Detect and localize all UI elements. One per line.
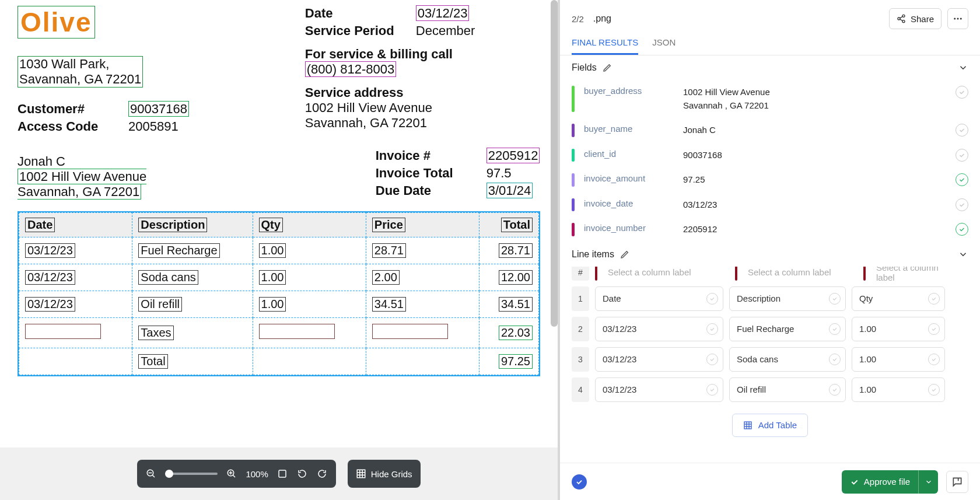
cell-approve-icon[interactable] (706, 354, 718, 365)
field-value: 2205912 (683, 223, 956, 236)
field-stripe (572, 86, 575, 112)
rotate-right-icon[interactable] (316, 468, 328, 480)
cell-approve-icon[interactable] (706, 293, 718, 305)
hide-grids-button[interactable]: Hide Grids (348, 460, 421, 488)
svg-point-20 (960, 18, 962, 20)
service-period-label: Service Period (305, 23, 416, 39)
share-button[interactable]: Share (889, 8, 942, 29)
field-row[interactable]: invoice_number2205912 (572, 217, 968, 242)
document-canvas[interactable]: Olive 1030 Wall Park, Savannah, GA 72201… (0, 0, 558, 447)
cell-approve-icon[interactable] (928, 293, 940, 305)
lineitem-cell[interactable]: Oil refill (729, 377, 846, 402)
comments-button[interactable] (946, 471, 968, 493)
field-key: buyer_name (584, 124, 683, 134)
cell-approve-icon[interactable] (706, 323, 718, 335)
rotate-left-icon[interactable] (296, 468, 308, 480)
document-viewer: Olive 1030 Wall Park, Savannah, GA 72201… (0, 0, 560, 500)
cell-approve-icon[interactable] (829, 293, 841, 305)
field-approve-icon[interactable] (956, 223, 968, 236)
lineitems-section-header[interactable]: Line items (560, 242, 980, 267)
fields-section-header[interactable]: Fields (560, 55, 980, 80)
svg-point-15 (902, 20, 905, 23)
date-label: Date (305, 6, 416, 21)
lineitem-cell[interactable]: Description (729, 286, 846, 311)
cell-approve-icon[interactable] (706, 384, 718, 396)
lineitem-row: 203/12/23Fuel Recharge1.00 (572, 317, 968, 341)
lineitem-cell[interactable]: Fuel Recharge (729, 317, 846, 341)
approve-label: Approve file (864, 477, 910, 487)
cell-approve-icon[interactable] (928, 384, 940, 396)
company-logo: Olive (18, 6, 95, 39)
col-label-selector-2[interactable]: Select a column label (741, 267, 858, 281)
invoice-line-table[interactable]: Date Description Qty Price Total 03/12/2… (18, 211, 540, 376)
field-row[interactable]: buyer_nameJonah C (572, 118, 968, 143)
chevron-down-icon[interactable] (958, 249, 968, 260)
lineitem-cell[interactable]: Soda cans (729, 347, 846, 372)
due-date-value: 3/01/24 (487, 183, 533, 198)
row2-desc: Soda cans (138, 270, 198, 285)
cell-approve-icon[interactable] (928, 323, 940, 335)
invoice-total-value: 97.5 (487, 166, 512, 181)
row3-desc: Oil refill (138, 297, 182, 312)
tab-final-results[interactable]: FINAL RESULTS (572, 37, 638, 55)
cell-approve-icon[interactable] (928, 354, 940, 365)
field-approve-icon[interactable] (956, 86, 968, 99)
lineitem-cell[interactable]: 1.00 (852, 317, 945, 341)
field-approve-icon[interactable] (956, 124, 968, 137)
hide-grids-label: Hide Grids (371, 469, 412, 479)
cell-approve-icon[interactable] (829, 323, 841, 335)
company-address-line2: Savannah, GA 72201 (19, 72, 141, 86)
col-label-selector-1[interactable]: Select a column label (601, 267, 729, 281)
lineitem-cell[interactable]: 03/12/23 (595, 317, 723, 341)
table-icon (743, 421, 752, 430)
zoom-in-icon[interactable] (226, 468, 237, 480)
svg-rect-7 (279, 470, 286, 477)
more-menu-button[interactable] (947, 8, 968, 29)
field-value: Jonah C (683, 124, 956, 137)
field-key: invoice_amount (584, 173, 683, 183)
taxes-empty1 (25, 324, 101, 339)
field-approve-icon[interactable] (956, 173, 968, 186)
cell-approve-icon[interactable] (829, 384, 841, 396)
lineitem-cell[interactable]: 1.00 (852, 377, 945, 402)
field-row[interactable]: invoice_date03/12/23 (572, 193, 968, 218)
approve-file-button[interactable]: Approve file (842, 470, 938, 494)
svg-line-17 (900, 19, 903, 21)
zoom-slider[interactable] (165, 473, 218, 475)
field-row[interactable]: buyer_address1002 Hill View AvenueSavann… (572, 80, 968, 118)
lineitem-cell[interactable]: 03/12/23 (595, 377, 723, 402)
lineitem-row: 1DateDescriptionQty (572, 286, 968, 311)
lineitem-cell[interactable]: 1.00 (852, 347, 945, 372)
col-qty: Qty (259, 218, 283, 232)
share-label: Share (911, 14, 934, 24)
buyer-address: 1002 Hill View AvenueSavannah, GA 72201 (18, 169, 146, 200)
approve-dropdown[interactable] (918, 470, 938, 494)
lineitem-cell[interactable]: Qty (852, 286, 945, 311)
fit-icon[interactable] (276, 468, 288, 480)
viewer-scrollbar[interactable] (551, 0, 558, 327)
edit-fields-icon[interactable] (603, 63, 612, 72)
tab-json[interactable]: JSON (652, 37, 676, 55)
service-period-value: December (416, 23, 475, 39)
col-label-selector-3[interactable]: Select a column label (869, 267, 963, 281)
row-number: 3 (572, 347, 589, 372)
zoom-out-icon[interactable] (145, 468, 157, 480)
chevron-down-icon[interactable] (958, 62, 968, 73)
row1-qty: 1.00 (259, 243, 286, 258)
row-number: 1 (572, 286, 589, 311)
edit-lineitems-icon[interactable] (620, 250, 629, 259)
field-row[interactable]: invoice_amount97.25 (572, 167, 968, 193)
cell-approve-icon[interactable] (829, 354, 841, 365)
viewer-toolbar: 100% Hide Grids (0, 447, 558, 500)
lineitem-cell[interactable]: 03/12/23 (595, 347, 723, 372)
lineitem-cell[interactable]: Date (595, 286, 723, 311)
company-address: 1030 Wall Park, Savannah, GA 72201 (18, 56, 305, 88)
add-table-button[interactable]: Add Table (732, 414, 808, 437)
svg-line-16 (900, 16, 903, 18)
row1-total: 28.71 (499, 243, 533, 258)
field-stripe (572, 124, 575, 137)
field-approve-icon[interactable] (956, 149, 968, 162)
field-approve-icon[interactable] (956, 198, 968, 211)
field-row[interactable]: client_id90037168 (572, 143, 968, 168)
col-total: Total (501, 218, 533, 232)
